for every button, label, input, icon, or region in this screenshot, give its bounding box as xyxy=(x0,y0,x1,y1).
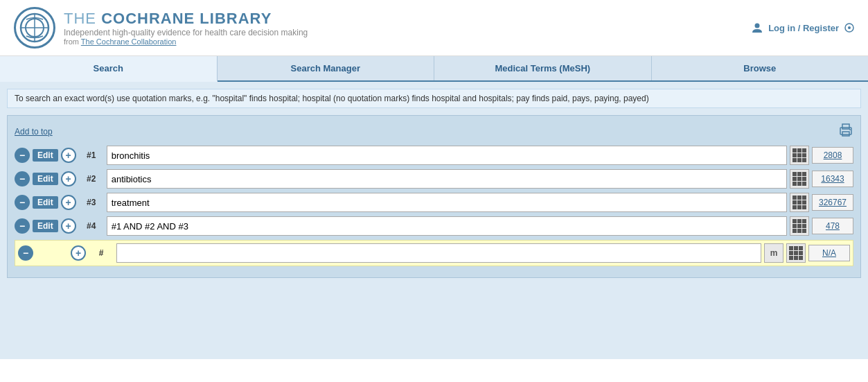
grid-cells-4 xyxy=(792,219,806,233)
header-right: Log in / Register xyxy=(752,22,854,33)
logo-area: THE COCHRANE LIBRARY Independent high-qu… xyxy=(14,7,308,49)
search-input-2[interactable] xyxy=(107,169,787,189)
svg-rect-9 xyxy=(842,132,849,136)
edit-row-1-button[interactable]: Edit xyxy=(33,149,58,162)
result-count-3[interactable]: 326767 xyxy=(812,194,853,211)
user-icon xyxy=(752,22,763,33)
grid-icon-3[interactable] xyxy=(790,193,809,212)
result-count-new[interactable]: N/A xyxy=(808,245,850,261)
m-icon-button[interactable]: m xyxy=(764,243,783,263)
add-after-row-3-button[interactable]: + xyxy=(61,195,76,210)
cochrane-collaboration-link[interactable]: The Cochrane Collaboration xyxy=(81,37,177,46)
add-after-row-4-button[interactable]: + xyxy=(61,218,76,234)
add-to-top-row: Add to top xyxy=(15,123,853,140)
site-subtitle: Independent high-quality evidence for he… xyxy=(64,28,308,37)
grid-cells-3 xyxy=(792,196,806,209)
search-input-1[interactable] xyxy=(107,146,787,165)
tab-browse[interactable]: Browse xyxy=(652,56,869,80)
grid-icon-2[interactable] xyxy=(790,169,809,189)
svg-point-10 xyxy=(849,129,851,130)
navigation-tabs: Search Search Manager Medical Terms (MeS… xyxy=(0,56,868,82)
add-after-row-1-button[interactable]: + xyxy=(61,148,76,163)
edit-row-4-button[interactable]: Edit xyxy=(33,220,58,232)
search-input-3[interactable] xyxy=(107,193,787,212)
row-2-number: #2 xyxy=(79,174,104,184)
from-line: from The Cochrane Collaboration xyxy=(64,37,308,46)
tab-medical-terms[interactable]: Medical Terms (MeSH) xyxy=(434,56,652,80)
search-row-1: − Edit + #1 2808 xyxy=(15,146,853,165)
row-3-number: #3 xyxy=(79,198,104,207)
svg-point-6 xyxy=(848,26,851,29)
edit-row-2-button[interactable]: Edit xyxy=(33,173,58,185)
remove-row-4-button[interactable]: − xyxy=(15,218,30,234)
search-input-4[interactable] xyxy=(107,216,787,236)
search-manager-box: Add to top − Edit + #1 xyxy=(7,115,861,278)
add-after-row-2-button[interactable]: + xyxy=(61,171,76,186)
remove-new-row-button[interactable]: − xyxy=(18,245,33,261)
grid-cells-1 xyxy=(792,148,806,162)
main-content: To search an exact word(s) use quotation… xyxy=(0,82,868,359)
svg-point-4 xyxy=(755,24,760,28)
info-bar: To search an exact word(s) use quotation… xyxy=(7,89,861,108)
add-to-top-link[interactable]: Add to top xyxy=(15,127,53,137)
tab-search-manager[interactable]: Search Manager xyxy=(218,56,435,80)
logo-icon xyxy=(14,7,55,49)
row-1-number: #1 xyxy=(79,150,104,160)
search-row-3: − Edit + #3 326767 xyxy=(15,193,853,212)
svg-rect-8 xyxy=(842,124,849,129)
print-icon[interactable] xyxy=(838,123,853,140)
settings-icon[interactable] xyxy=(844,23,854,33)
row-4-number: #4 xyxy=(79,221,104,231)
result-count-4[interactable]: 478 xyxy=(812,218,853,234)
site-title: THE COCHRANE LIBRARY xyxy=(64,10,308,28)
m-icon-label: m xyxy=(770,248,778,258)
remove-row-3-button[interactable]: − xyxy=(15,195,30,210)
result-count-2[interactable]: 16343 xyxy=(812,171,853,187)
edit-row-3-button[interactable]: Edit xyxy=(33,196,58,209)
search-row-new: − + # m N/A xyxy=(15,240,853,266)
page-header: THE COCHRANE LIBRARY Independent high-qu… xyxy=(0,0,868,56)
search-input-new[interactable] xyxy=(116,243,761,263)
login-link[interactable]: Log in / Register xyxy=(768,23,839,33)
result-count-1[interactable]: 2808 xyxy=(812,147,853,164)
search-row-4: − Edit + #4 478 xyxy=(15,216,853,236)
search-row-2: − Edit + #2 16343 xyxy=(15,169,853,189)
remove-row-2-button[interactable]: − xyxy=(15,171,30,186)
grid-icon-new[interactable] xyxy=(786,243,806,263)
grid-icon-1[interactable] xyxy=(790,146,809,165)
remove-row-1-button[interactable]: − xyxy=(15,148,30,163)
grid-cells-2 xyxy=(792,172,806,186)
add-new-row-button[interactable]: + xyxy=(71,245,86,261)
logo-text: THE COCHRANE LIBRARY Independent high-qu… xyxy=(64,10,308,46)
grid-cells-new xyxy=(789,246,803,260)
grid-icon-4[interactable] xyxy=(790,216,809,236)
tab-search[interactable]: Search xyxy=(0,56,218,82)
new-row-number: # xyxy=(89,248,114,258)
